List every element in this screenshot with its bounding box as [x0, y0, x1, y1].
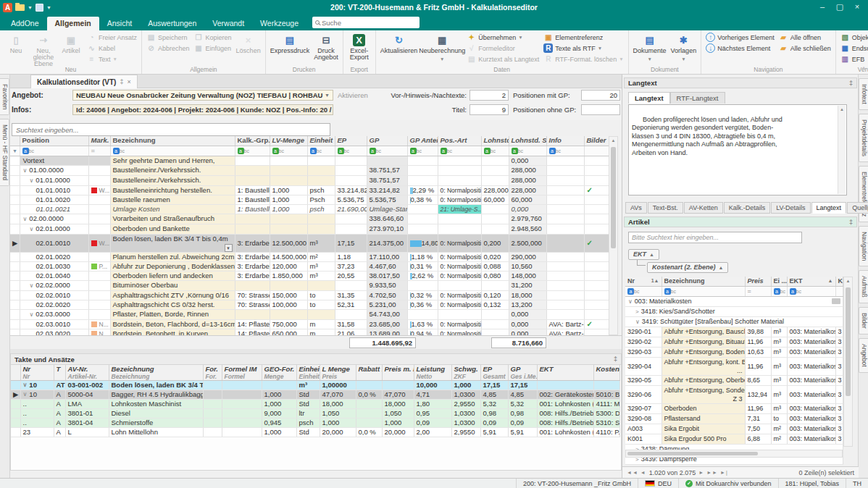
cell-ekt[interactable]: 002: Gerätekosten: [537, 390, 593, 400]
cell-nr[interactable]: ..: [20, 400, 54, 409]
cell-ekt[interactable]: 003: Materialkosten: [787, 337, 835, 347]
cell-gp[interactable]: 4.467,60: [367, 261, 407, 271]
filter-icon[interactable]: a: [113, 148, 120, 154]
cell-gp-anteil[interactable]: [407, 280, 438, 290]
nächstes-element-button[interactable]: ↓Nächstes Element: [704, 43, 777, 54]
artikel-hscrollbar[interactable]: [625, 450, 843, 458]
column-header-pos-art[interactable]: Pos.-Art: [438, 136, 481, 146]
cell-schwg[interactable]: 1,000: [451, 381, 480, 390]
cell-lv-menge[interactable]: 150,000: [270, 290, 307, 300]
cell-lohnstd[interactable]: [481, 214, 509, 224]
cell-ekt[interactable]: 008: Hilfs./Betriebsst...: [537, 418, 593, 428]
column-header-einheit[interactable]: EinheitEinheit: [296, 365, 320, 381]
cell-kostenart-cut[interactable]: 3: [835, 327, 843, 337]
cell-kostenart[interactable]: 4110: P...: [593, 428, 619, 437]
cell-bilder[interactable]: [584, 300, 609, 309]
cell-position[interactable]: ∨02.00.0000: [20, 214, 88, 224]
chevron-down-icon[interactable]: ▼: [681, 56, 685, 62]
cell-nr[interactable]: ..: [20, 418, 54, 428]
cell-gp-anteil[interactable]: [407, 175, 438, 185]
cell-rabatt[interactable]: 0,0 %: [356, 390, 382, 400]
scroll-up-icon[interactable]: ▲: [609, 137, 617, 145]
angebot-field[interactable]: ▼ NEUBAU Neue Osnabrücker Zeitung Verwal…: [72, 90, 333, 101]
column-header-kostena[interactable]: Kostena: [593, 365, 619, 381]
cell-formel[interactable]: [222, 409, 262, 418]
cell-ep[interactable]: 21.690,00: [335, 204, 367, 214]
cell-bezeichnung[interactable]: Abfuhr +Entsorgung, Bituaufbruch: [662, 337, 745, 347]
group-chip-ekt[interactable]: EKT▲: [628, 249, 659, 260]
cell-preis[interactable]: 7,50: [745, 424, 771, 434]
cell-bezeichnung[interactable]: Baustelleneinrichtung herstellen.: [110, 185, 235, 195]
cell-einheit[interactable]: ltr: [296, 409, 320, 418]
artikel-row-k001[interactable]: K001Sika Ergodur 500 Pro6,88m²003: Mater…: [625, 434, 843, 444]
cell-ep[interactable]: 5.536,75: [335, 195, 367, 204]
cell-mark[interactable]: [88, 290, 110, 300]
cell-ep[interactable]: [335, 165, 367, 175]
cell-einheit[interactable]: psch: [296, 418, 320, 428]
filter-icon[interactable]: a: [22, 148, 29, 154]
cell-leistung[interactable]: 4,71: [414, 390, 451, 400]
expand-icon[interactable]: ∨: [628, 298, 633, 305]
neuberechnung-button[interactable]: ▦Neuberechnung▼: [420, 32, 464, 65]
cell-kalk-grp[interactable]: 1: Baustelle...: [235, 204, 270, 214]
cell-bezeichnung[interactable]: Abfuhr +Entsorgung, kont. Boden...: [662, 357, 745, 375]
cell-bilder[interactable]: [584, 290, 609, 300]
übernehmen-button[interactable]: ✦Übernehmen▼: [464, 32, 541, 43]
cell-nr[interactable]: 3290-01: [625, 327, 662, 337]
cell-preis[interactable]: 10,63: [745, 347, 771, 357]
filter-icon[interactable]: a: [549, 148, 556, 154]
column-header-gp[interactable]: GP: [367, 136, 407, 146]
expand-icon[interactable]: ∨: [23, 390, 28, 399]
cell-gp[interactable]: 214.375,00: [367, 234, 407, 252]
cell-bezeichnung[interactable]: Abfuhr +Entsorgung, Boden: [662, 347, 745, 357]
cell-av-nr[interactable]: L: [65, 428, 109, 437]
druck-angebot-button[interactable]: ⊟Druck Angebot: [312, 32, 341, 65]
column-header-position[interactable]: Position: [20, 136, 88, 146]
filter-cell[interactable]: abc: [20, 146, 88, 156]
column-header-preis-m-r[interactable]: Preis m. R.: [382, 365, 414, 381]
grid-row-02-03-0010[interactable]: 02.03.0010N...Bordstein, Beton, Flachbor…: [10, 319, 609, 329]
expand-icon[interactable]: ∨: [23, 381, 28, 390]
maximize-button[interactable]: ▢: [832, 1, 848, 13]
cell-bezeichnung[interactable]: Baustelleneinr./Verkehrssich.: [110, 165, 235, 175]
filter-icon[interactable]: a: [774, 288, 780, 295]
filter-funnel-icon[interactable]: ▼: [12, 148, 17, 153]
cell-preis[interactable]: 6,88: [745, 434, 771, 444]
cell-ep[interactable]: 20,55: [335, 271, 367, 280]
cell-mark[interactable]: [88, 300, 110, 309]
cell-position[interactable]: Vortext: [20, 156, 88, 165]
cell-einheit[interactable]: m³: [771, 347, 787, 357]
cell-info[interactable]: [546, 280, 584, 290]
column-header-formel-im[interactable]: Formel IMFormel: [222, 365, 262, 381]
cell-einheit[interactable]: m³: [771, 337, 787, 347]
cell-einheit[interactable]: to: [307, 290, 335, 300]
expand-icon[interactable]: ∨: [23, 216, 28, 222]
cell-einheit[interactable]: [307, 165, 335, 175]
cell-position[interactable]: 02.02.0020: [20, 300, 88, 309]
cell-nr[interactable]: ∨10: [20, 390, 54, 400]
cell-pos-art[interactable]: [438, 156, 481, 165]
cell-pos-art[interactable]: [438, 280, 481, 290]
cell-for[interactable]: [203, 390, 222, 400]
cell-bezeichnung[interactable]: Planum herstellen zul. Abweichung 2cm: [110, 252, 235, 261]
cell-kalk-grp[interactable]: 3: Erdarbeiten: [235, 234, 270, 252]
cell-kostenart-cut[interactable]: 3: [835, 385, 843, 403]
cell-ep[interactable]: 17,15: [480, 381, 508, 390]
column-header-gp[interactable]: GPGes i.Me.: [508, 365, 537, 381]
cell-l-menge[interactable]: 20,000: [320, 428, 356, 437]
cell-formel[interactable]: [222, 418, 262, 428]
cell-schwg[interactable]: 2,9550: [451, 428, 480, 437]
pos-ohne-gp-field[interactable]: [581, 104, 620, 115]
cell-lv-menge[interactable]: 100,000: [270, 300, 307, 309]
dock-tab-bilder[interactable]: Bilder: [859, 307, 868, 335]
cell-kalk-grp[interactable]: [235, 280, 270, 290]
cell-bilder[interactable]: [584, 165, 609, 175]
grid-row-01-01-0020[interactable]: 01.01.0020Baustelle raeumen1: Baustellen…: [10, 195, 609, 204]
cell-pos-art[interactable]: [438, 175, 481, 185]
cell-rabatt[interactable]: [356, 418, 382, 428]
main-grid-vscrollbar[interactable]: ▲: [609, 136, 618, 335]
cell-bilder[interactable]: [584, 214, 609, 224]
cell-info[interactable]: [546, 309, 584, 319]
dokumente-button[interactable]: ▤Dokumente▼: [631, 32, 669, 65]
cell-leistung[interactable]: 1,80: [414, 400, 451, 409]
